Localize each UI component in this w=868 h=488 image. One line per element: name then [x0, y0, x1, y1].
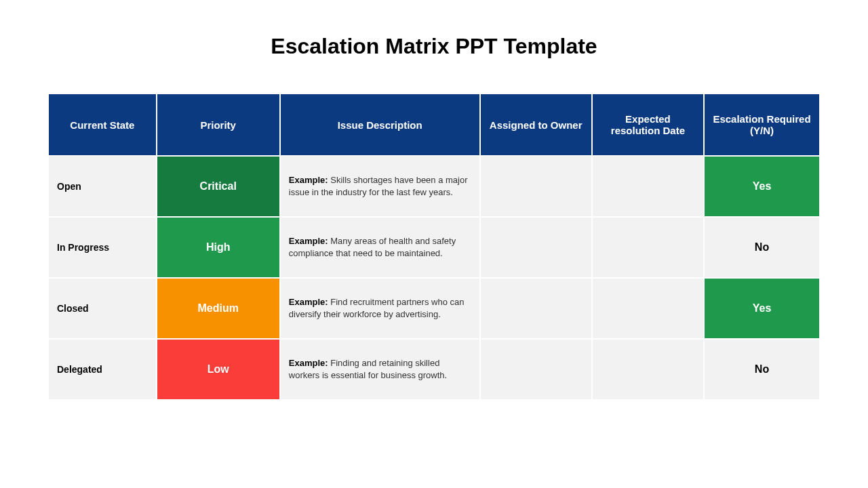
escalation-matrix-table: Current State Priority Issue Description… [47, 93, 821, 401]
priority-cell: Medium [157, 279, 279, 338]
table-row: OpenCriticalExample: Skills shortages ha… [49, 157, 819, 216]
header-issue-description: Issue Description [281, 94, 479, 155]
owner-cell [481, 157, 591, 216]
issue-cell: Example: Skills shortages have been a ma… [281, 157, 479, 216]
issue-lead: Example: [289, 175, 328, 185]
issue-lead: Example: [289, 297, 328, 307]
state-cell: Closed [49, 279, 156, 338]
slide-title: Escalation Matrix PPT Template [47, 34, 821, 59]
issue-cell: Example: Many areas of health and safety… [281, 218, 479, 277]
priority-cell: High [157, 218, 279, 277]
state-cell: In Progress [49, 218, 156, 277]
issue-lead: Example: [289, 358, 328, 368]
owner-cell [481, 340, 591, 399]
date-cell [593, 218, 703, 277]
owner-cell [481, 218, 591, 277]
table-row: DelegatedLowExample: Finding and retaini… [49, 340, 819, 399]
header-current-state: Current State [49, 94, 156, 155]
table-row: ClosedMediumExample: Find recruitment pa… [49, 279, 819, 338]
owner-cell [481, 279, 591, 338]
header-priority: Priority [157, 94, 279, 155]
escalation-cell: Yes [705, 279, 819, 338]
state-cell: Delegated [49, 340, 156, 399]
header-escalation: Escalation Required (Y/N) [705, 94, 819, 155]
priority-cell: Critical [157, 157, 279, 216]
escalation-cell: Yes [705, 157, 819, 216]
date-cell [593, 279, 703, 338]
header-assigned-owner: Assigned to Owner [481, 94, 591, 155]
issue-lead: Example: [289, 236, 328, 246]
escalation-cell: No [705, 340, 819, 399]
date-cell [593, 340, 703, 399]
table-row: In ProgressHighExample: Many areas of he… [49, 218, 819, 277]
state-cell: Open [49, 157, 156, 216]
date-cell [593, 157, 703, 216]
slide: Escalation Matrix PPT Template Current S… [0, 0, 868, 488]
header-resolution-date: Expected resolution Date [593, 94, 703, 155]
escalation-cell: No [705, 218, 819, 277]
priority-cell: Low [157, 340, 279, 399]
table-header-row: Current State Priority Issue Description… [49, 94, 819, 155]
issue-cell: Example: Finding and retaining skilled w… [281, 340, 479, 399]
issue-cell: Example: Find recruitment partners who c… [281, 279, 479, 338]
